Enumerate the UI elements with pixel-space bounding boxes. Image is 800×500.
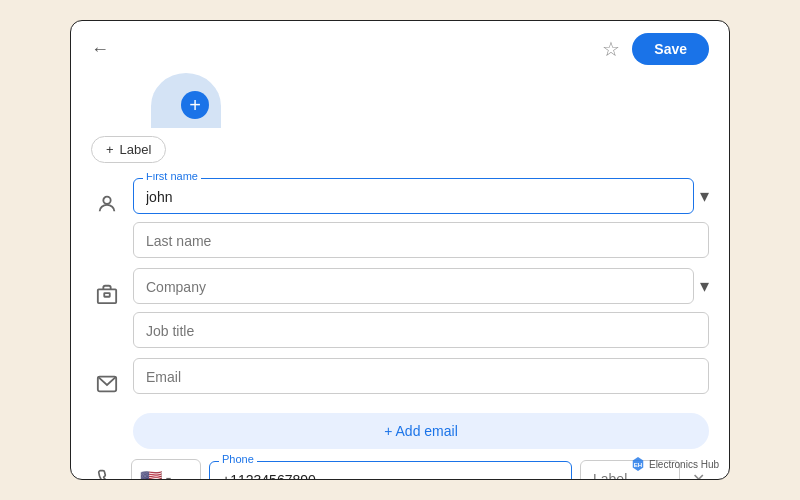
add-email-label: + Add email <box>384 423 458 439</box>
name-row: First name ▾ <box>71 173 729 263</box>
add-email-button[interactable]: + Add email <box>133 413 709 449</box>
company-group: ▾ <box>133 268 709 304</box>
label-button-text: Label <box>120 142 152 157</box>
company-row: ▾ <box>71 263 729 353</box>
watermark: EH Electronics Hub <box>631 457 719 471</box>
email-input[interactable] <box>133 358 709 394</box>
watermark-text: Electronics Hub <box>649 459 719 470</box>
label-plus-icon: + <box>106 142 114 157</box>
phone-field-wrap: Phone <box>209 461 572 479</box>
phone-input[interactable] <box>209 461 572 479</box>
label-button[interactable]: + Label <box>91 136 166 163</box>
svg-text:EH: EH <box>634 461 643 468</box>
first-name-input[interactable] <box>133 178 694 214</box>
email-fields <box>133 358 709 394</box>
add-avatar-button[interactable]: + <box>181 91 209 119</box>
email-icon <box>91 364 123 404</box>
company-fields: ▾ <box>133 268 709 348</box>
country-selector[interactable]: 🇺🇸 ▾ <box>131 459 201 479</box>
svg-point-0 <box>103 197 110 204</box>
company-input[interactable] <box>133 268 694 304</box>
star-button[interactable]: ☆ <box>602 37 620 61</box>
last-name-wrap <box>133 222 709 258</box>
email-row <box>71 353 729 409</box>
header: ← ☆ Save <box>71 21 729 73</box>
avatar-area: + <box>71 73 729 136</box>
job-title-wrap <box>133 312 709 348</box>
country-caret-icon: ▾ <box>166 474 171 480</box>
company-chevron-button[interactable]: ▾ <box>700 275 709 297</box>
flag-icon: 🇺🇸 <box>140 468 162 479</box>
first-name-wrap: First name <box>133 178 694 214</box>
watermark-icon: EH <box>631 457 645 471</box>
company-icon <box>91 274 123 314</box>
name-fields: First name ▾ <box>133 178 709 258</box>
person-icon <box>91 184 123 224</box>
header-right: ☆ Save <box>602 33 709 65</box>
contact-card: ← ☆ Save + + Label First name <box>70 20 730 480</box>
email-wrap <box>133 358 709 394</box>
phone-icon <box>91 469 123 479</box>
form-body: First name ▾ <box>71 173 729 479</box>
name-chevron-button[interactable]: ▾ <box>700 185 709 207</box>
svg-rect-3 <box>104 293 110 297</box>
save-button[interactable]: Save <box>632 33 709 65</box>
last-name-input[interactable] <box>133 222 709 258</box>
first-name-group: First name ▾ <box>133 178 709 214</box>
back-button[interactable]: ← <box>91 39 109 60</box>
company-wrap <box>133 268 694 304</box>
job-title-input[interactable] <box>133 312 709 348</box>
